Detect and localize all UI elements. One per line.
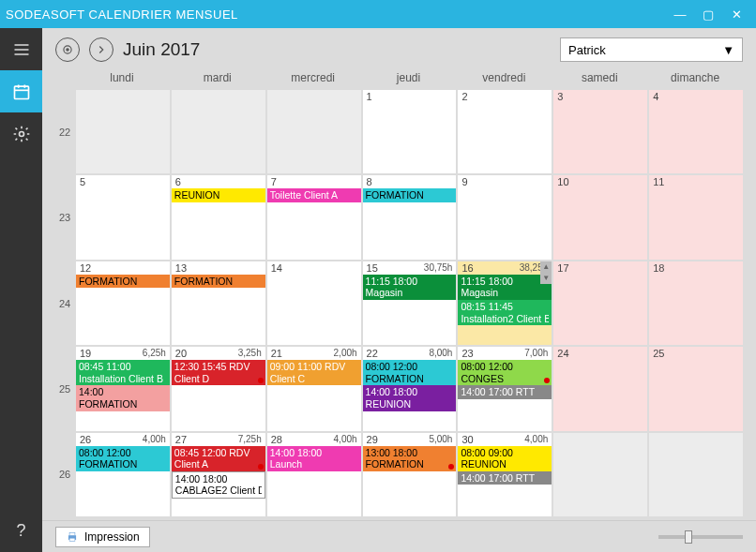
day-cell[interactable]: 203,25h12:30 15:45 RDVClient D — [170, 347, 265, 430]
day-cell[interactable]: 1 — [361, 90, 457, 173]
help-button[interactable]: ? — [0, 510, 42, 552]
day-cell[interactable]: 1638,25h11:15 18:00Magasin08:15 11:45Ins… — [456, 261, 552, 345]
day-header — [172, 90, 265, 92]
day-cell[interactable] — [74, 90, 170, 173]
chevron-right-icon — [95, 43, 108, 56]
zoom-slider[interactable] — [658, 535, 743, 539]
day-cell[interactable] — [170, 90, 265, 173]
day-cell[interactable]: 18 — [647, 261, 743, 345]
event[interactable]: FORMATION — [76, 275, 170, 289]
day-cell[interactable]: 17 — [552, 261, 647, 345]
day-cell[interactable]: 277,25h08:45 12:00 RDVClient A14:00 18:0… — [170, 433, 265, 516]
day-cell[interactable] — [552, 433, 647, 516]
dow-label: samedi — [552, 67, 647, 88]
week-row: 2412FORMATION13FORMATION141530,75h11:15 … — [55, 260, 743, 345]
event[interactable]: 14:00 17:00 RTT — [458, 471, 552, 485]
sidebar: ? — [0, 28, 42, 552]
day-header: 2 — [458, 90, 552, 103]
day-cell[interactable]: 7Toilette Client A — [265, 175, 361, 259]
day-header: 1530,75h — [363, 261, 457, 275]
window-title: SODEASOFT CALENDRIER MENSUEL — [6, 7, 666, 22]
day-cell[interactable]: 9 — [456, 175, 552, 259]
day-cell[interactable]: 212,00h09:00 11:00 RDVClient C — [265, 347, 361, 430]
event[interactable]: 08:00 09:00REUNION — [458, 446, 552, 471]
day-header: 12 — [76, 261, 170, 275]
day-header: 196,25h — [76, 347, 170, 360]
next-month-button[interactable] — [89, 37, 113, 62]
event[interactable]: 14:00 18:00CABLAGE2 Client D — [172, 471, 265, 499]
event[interactable]: 09:00 11:00 RDVClient C — [267, 360, 361, 385]
event[interactable]: 14:00 18:00Launch — [267, 446, 361, 471]
event[interactable]: 08:45 12:00 RDVClient A — [172, 446, 265, 471]
day-cell[interactable]: 24 — [552, 347, 647, 430]
calendar-tab[interactable] — [0, 70, 42, 112]
event[interactable]: 13:00 18:00FORMATION — [363, 446, 457, 471]
event[interactable]: FORMATION — [363, 188, 457, 202]
print-label: Impression — [84, 530, 140, 544]
week-row: 2356REUNION7Toilette Client A8FORMATION9… — [55, 173, 743, 259]
event[interactable]: FORMATION — [172, 275, 265, 289]
event[interactable]: 14:00FORMATION — [76, 385, 170, 410]
day-cell[interactable]: 284,00h14:00 18:00Launch — [265, 433, 361, 516]
print-button[interactable]: Impression — [55, 527, 150, 547]
alert-dot-icon — [448, 464, 454, 470]
dow-label: mercredi — [265, 67, 361, 88]
day-cell[interactable]: 196,25h08:45 11:00Installation Client B1… — [74, 347, 170, 430]
event[interactable]: 14:00 17:00 RTT — [458, 385, 552, 399]
day-cell[interactable] — [265, 90, 361, 173]
day-header — [553, 433, 647, 435]
today-button[interactable] — [55, 37, 80, 62]
event[interactable]: 12:30 15:45 RDVClient D — [172, 360, 265, 385]
day-header: 3 — [553, 90, 647, 103]
day-cell[interactable]: 25 — [647, 347, 743, 430]
day-cell[interactable]: 264,00h08:00 12:00FORMATION — [74, 433, 170, 516]
event[interactable]: Toilette Client A — [267, 188, 361, 202]
day-cell[interactable]: 8FORMATION — [361, 175, 457, 259]
day-header: 24 — [553, 347, 647, 360]
day-cell[interactable]: 10 — [552, 175, 647, 259]
event[interactable]: 08:00 12:00CONGES — [458, 360, 552, 385]
event[interactable]: 08:15 11:45Installation2 Client B — [458, 300, 552, 325]
day-cell[interactable]: 12FORMATION — [74, 261, 170, 345]
menu-button[interactable] — [0, 28, 42, 70]
day-cell[interactable]: 14 — [265, 261, 361, 345]
day-cell[interactable]: 11 — [647, 175, 743, 259]
day-cell[interactable]: 228,00h08:00 12:00FORMATION14:00 18:00RE… — [361, 347, 457, 430]
day-header: 8 — [363, 175, 457, 188]
scroll-down-icon[interactable]: ▼ — [540, 273, 552, 284]
day-cell[interactable]: 237,00h08:00 12:00CONGES14:00 17:00 RTT — [456, 347, 552, 430]
settings-tab[interactable] — [0, 112, 42, 155]
event[interactable]: 11:15 18:00Magasin — [458, 275, 552, 300]
day-scroll[interactable]: ▲▼ — [540, 261, 552, 284]
dow-label: jeudi — [361, 67, 457, 88]
event[interactable]: 08:00 12:00FORMATION — [76, 446, 170, 471]
event[interactable]: 14:00 18:00REUNION — [363, 385, 457, 410]
svg-rect-0 — [14, 86, 28, 98]
event[interactable]: 11:15 18:00Magasin — [363, 275, 457, 300]
user-select[interactable]: Patrick ▼ — [560, 37, 743, 62]
user-select-value: Patrick — [568, 43, 606, 57]
slider-thumb[interactable] — [685, 530, 692, 544]
day-header — [649, 433, 743, 435]
gear-icon — [12, 125, 31, 143]
minimize-button[interactable]: — — [666, 7, 694, 22]
close-button[interactable]: ✕ — [722, 7, 750, 22]
day-cell[interactable]: 1530,75h11:15 18:00Magasin — [361, 261, 457, 345]
maximize-button[interactable]: ▢ — [694, 7, 722, 22]
day-cell[interactable]: 5 — [74, 175, 170, 259]
day-cell[interactable]: 4 — [647, 90, 743, 173]
scroll-up-icon[interactable]: ▲ — [540, 261, 552, 273]
day-cell[interactable]: 2 — [456, 90, 552, 173]
day-cell[interactable]: 295,00h13:00 18:00FORMATION — [361, 433, 457, 516]
day-cell[interactable]: 6REUNION — [170, 175, 265, 259]
day-cell[interactable] — [647, 433, 743, 516]
event[interactable]: REUNION — [172, 188, 265, 202]
day-cell[interactable]: 13FORMATION — [170, 261, 265, 345]
alert-dot-icon — [258, 378, 264, 383]
event[interactable]: 08:00 12:00FORMATION — [363, 360, 457, 385]
day-cell[interactable]: 3 — [552, 90, 647, 173]
day-header: 17 — [553, 261, 647, 275]
event[interactable]: 08:45 11:00Installation Client B — [76, 360, 170, 385]
dow-label: mardi — [170, 67, 265, 88]
day-cell[interactable]: 304,00h08:00 09:00REUNION14:00 17:00 RTT — [456, 433, 552, 516]
